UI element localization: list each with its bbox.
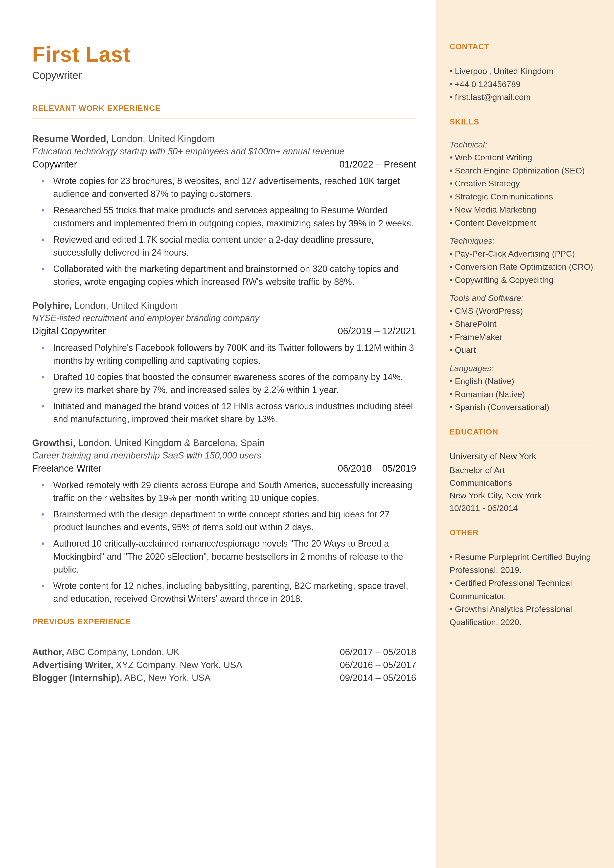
other-item: Certified Professional Technical Communi… [450,576,597,602]
skill-item: CMS (WordPress) [450,304,597,317]
skills-group-label: Languages: [450,363,597,373]
bullet-item: Brainstormed with the design department … [53,508,416,534]
company-location: London, United Kingdom [72,300,178,311]
candidate-name: First Last [32,42,416,67]
company-location: London, United Kingdom [109,134,215,144]
contact-item: Liverpool, United Kingdom [450,65,597,78]
previous-dates: 06/2016 – 05/2017 [340,660,416,670]
previous-role: Blogger (Internship), [32,673,122,683]
previous-role: Author, [32,647,64,657]
company-line: Polyhire, London, United Kingdom [32,300,416,311]
previous-company: ABC Company, London, UK [64,647,179,657]
bullet-item: Wrote copies for 23 brochures, 8 website… [53,175,416,200]
skills-heading: SKILLS [450,117,597,126]
previous-dates: 09/2014 – 05/2016 [340,673,416,683]
company-name: Resume Worded, [32,134,109,144]
skill-item: Search Engine Optimization (SEO) [450,164,597,177]
skill-item: New Media Marketing [450,203,597,216]
contact-item: +44 0 123456789 [450,78,597,91]
main-column: First Last Copywriter RELEVANT WORK EXPE… [0,0,436,868]
skill-list: CMS (WordPress) SharePoint FrameMaker Qu… [450,304,597,357]
skill-item: Content Development [450,216,597,229]
role-title: Digital Copywriter [32,326,106,337]
bullet-item: Collaborated with the marketing departme… [53,262,416,288]
job-entry: Resume Worded, London, United Kingdom Ed… [32,134,416,289]
bullet-item: Drafted 10 copies that boosted the consu… [53,371,416,396]
bullet-item: Wrote content for 12 niches, including b… [53,579,416,605]
skill-item: SharePoint [450,317,597,331]
contact-list: Liverpool, United Kingdom +44 0 12345678… [450,65,597,104]
divider [32,632,416,632]
company-description: Career training and membership SaaS with… [32,450,416,461]
other-item: Resume Purpleprint Certified Buying Prof… [450,551,597,576]
previous-row: Author, ABC Company, London, UK 06/2017 … [32,647,416,657]
contact-heading: CONTACT [450,42,597,51]
previous-company: ABC, New York, USA [122,673,211,683]
skill-item: English (Native) [450,374,597,388]
role-dates: 01/2022 – Present [339,159,416,170]
other-list: Resume Purpleprint Certified Buying Prof… [450,551,597,629]
divider [450,132,597,132]
skills-section: SKILLS Technical: Web Content Writing Se… [450,117,597,414]
bullet-item: Initiated and managed the brand voices o… [53,400,416,425]
role-line: Copywriter 01/2022 – Present [32,159,416,170]
education-degree: Bachelor of Art [450,464,597,477]
previous-role: Advertising Writer, [32,660,113,670]
bullet-list: Worked remotely with 29 clients across E… [32,479,416,606]
skill-item: Quart [450,343,597,357]
previous-experience-heading: PREVIOUS EXPERIENCE [32,617,416,626]
bullet-list: Wrote copies for 23 brochures, 8 website… [32,175,416,289]
role-title: Copywriter [32,159,77,170]
role-line: Freelance Writer 06/2018 – 05/2019 [32,463,416,474]
education-section: EDUCATION University of New York Bachelo… [450,427,597,514]
bullet-item: Researched 55 tricks that make products … [53,204,416,230]
previous-row: Advertising Writer, XYZ Company, New Yor… [32,660,416,670]
skill-item: Copywriting & Copyediting [450,273,597,287]
company-name: Growthsi, [32,438,75,448]
skill-item: FrameMaker [450,331,597,344]
skills-group-label: Tools and Software: [450,293,597,303]
contact-section: CONTACT Liverpool, United Kingdom +44 0 … [450,42,597,104]
skills-group-label: Techniques: [450,236,597,246]
divider [450,543,597,543]
company-line: Resume Worded, London, United Kingdom [32,134,416,144]
divider [450,57,597,57]
skills-group-label: Technical: [450,140,597,149]
divider [32,118,416,119]
company-location: London, United Kingdom & Barcelona, Spai… [75,438,265,448]
previous-dates: 06/2017 – 05/2018 [340,647,416,657]
skill-list: Pay-Per-Click Advertising (PPC) Conversi… [450,247,597,286]
education-block: University of New York Bachelor of Art C… [450,450,597,514]
skill-item: Web Content Writing [450,151,597,164]
skill-item: Strategic Communications [450,190,597,203]
role-dates: 06/2018 – 05/2019 [338,463,416,474]
bullet-item: Worked remotely with 29 clients across E… [53,479,416,505]
company-line: Growthsi, London, United Kingdom & Barce… [32,438,416,448]
role-line: Digital Copywriter 06/2019 – 12/2021 [32,326,416,337]
skill-item: Spanish (Conversational) [450,401,597,414]
skill-list: Web Content Writing Search Engine Optimi… [450,151,597,229]
education-major: Communications [450,477,597,489]
other-item: Growthsi Analytics Professional Qualific… [450,602,597,629]
skill-list: English (Native) Romanian (Native) Spani… [450,374,597,414]
other-section: OTHER Resume Purpleprint Certified Buyin… [450,528,597,629]
previous-row: Blogger (Internship), ABC, New York, USA… [32,673,416,683]
role-dates: 06/2019 – 12/2021 [338,326,416,337]
work-experience-heading: RELEVANT WORK EXPERIENCE [32,104,416,113]
sidebar-column: CONTACT Liverpool, United Kingdom +44 0 … [436,0,614,868]
bullet-item: Reviewed and edited 1.7K social media co… [53,233,416,259]
bullet-item: Authored 10 critically-acclaimed romance… [53,537,416,576]
education-location: New York City, New York [450,489,597,502]
previous-company: XYZ Company, New York, USA [113,660,242,670]
skill-item: Romanian (Native) [450,388,597,401]
skill-item: Creative Strategy [450,177,597,190]
divider [450,442,597,443]
education-school: University of New York [450,450,597,463]
bullet-list: Increased Polyhire's Facebook followers … [32,342,416,426]
education-dates: 10/2011 - 06/2014 [450,502,597,514]
skill-item: Pay-Per-Click Advertising (PPC) [450,247,597,260]
job-entry: Growthsi, London, United Kingdom & Barce… [32,438,416,606]
company-description: NYSE-listed recruitment and employer bra… [32,313,416,323]
skill-item: Conversion Rate Optimization (CRO) [450,260,597,273]
company-description: Education technology startup with 50+ em… [32,146,416,157]
